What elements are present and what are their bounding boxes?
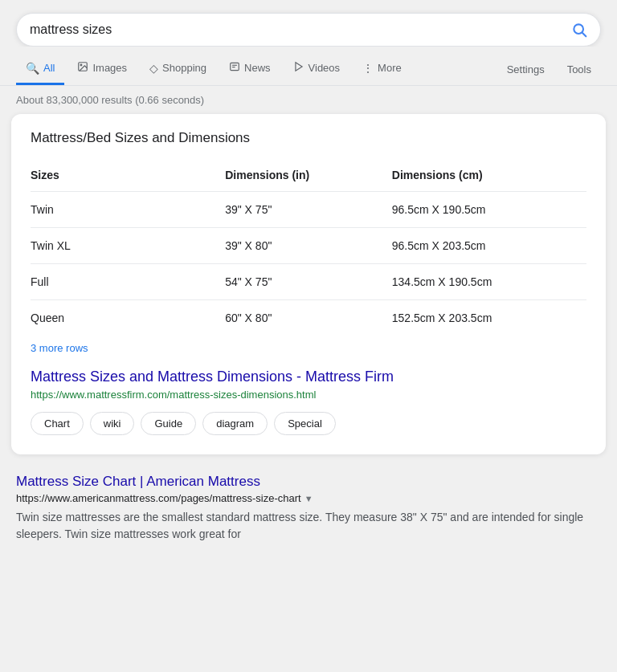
search-button[interactable] (571, 22, 587, 38)
svg-point-3 (81, 64, 83, 66)
svg-line-1 (582, 33, 586, 37)
tab-shopping[interactable]: ◇ Shopping (140, 54, 216, 85)
table-row: Full54" X 75"134.5cm X 190.5cm (31, 264, 586, 300)
cell-dim_cm: 96.5cm X 203.5cm (392, 228, 586, 264)
tab-videos[interactable]: Videos (284, 53, 350, 85)
chip[interactable]: wiki (90, 412, 135, 435)
news-icon (229, 61, 240, 75)
tab-images-label: Images (92, 62, 127, 74)
col-header-sizes: Sizes (31, 162, 225, 192)
cell-dim_cm: 152.5cm X 203.5cm (392, 300, 586, 336)
videos-icon (293, 61, 304, 75)
search-bar (16, 13, 601, 47)
tab-news[interactable]: News (219, 53, 280, 85)
search-input[interactable] (30, 22, 571, 37)
cell-size: Full (31, 264, 225, 300)
tab-shopping-label: Shopping (162, 62, 206, 74)
second-result-url-row: https://www.americanmattress.com/pages/m… (16, 492, 601, 504)
second-result-url: https://www.americanmattress.com/pages/m… (16, 492, 301, 504)
main-content: Mattress/Bed Sizes and Dimensions Sizes … (0, 114, 617, 454)
cell-dim_in: 39" X 80" (225, 228, 392, 264)
images-icon (77, 61, 88, 75)
chips-container: ChartwikiGuidediagramSpecial (31, 412, 586, 435)
cell-dim_in: 60" X 80" (225, 300, 392, 336)
settings-label: Settings (507, 63, 545, 75)
tab-more[interactable]: ⋮ More (353, 54, 411, 85)
more-rows-link[interactable]: 3 more rows (31, 342, 88, 354)
search-bar-container (0, 0, 617, 47)
shopping-icon: ◇ (149, 62, 158, 75)
nav-tabs: 🔍 All Images ◇ Shopping News Videos ⋮ Mo… (0, 47, 617, 86)
tab-all-label: All (43, 62, 55, 74)
tab-videos-label: Videos (308, 62, 341, 74)
settings-link[interactable]: Settings (497, 55, 554, 83)
cell-dim_in: 39" X 75" (225, 192, 392, 228)
tab-more-label: More (378, 62, 402, 74)
tab-news-label: News (244, 62, 271, 74)
second-result-dropdown-icon[interactable]: ▼ (304, 494, 313, 503)
cell-size: Twin (31, 192, 225, 228)
table-row: Twin XL39" X 80"96.5cm X 203.5cm (31, 228, 586, 264)
chip[interactable]: diagram (202, 412, 268, 435)
tools-label: Tools (567, 63, 591, 75)
all-icon: 🔍 (26, 62, 39, 75)
sizes-table: Sizes Dimensions (in) Dimensions (cm) Tw… (31, 162, 586, 336)
tab-images[interactable]: Images (67, 53, 137, 85)
cell-size: Queen (31, 300, 225, 336)
result-url: https://www.mattressfirm.com/mattress-si… (31, 389, 586, 401)
chip[interactable]: Guide (141, 412, 196, 435)
results-info: About 83,300,000 results (0.66 seconds) (0, 86, 617, 114)
col-header-dim-cm: Dimensions (cm) (392, 162, 586, 192)
cell-size: Twin XL (31, 228, 225, 264)
chip[interactable]: Special (274, 412, 336, 435)
search-icon (571, 22, 587, 38)
cell-dim_in: 54" X 75" (225, 264, 392, 300)
knowledge-card: Mattress/Bed Sizes and Dimensions Sizes … (11, 114, 606, 454)
results-count: About 83,300,000 results (0.66 seconds) (16, 94, 204, 106)
second-result: Mattress Size Chart | American Mattress … (0, 464, 617, 556)
more-icon: ⋮ (362, 62, 374, 75)
second-result-title[interactable]: Mattress Size Chart | American Mattress (16, 474, 601, 490)
table-row: Queen60" X 80"152.5cm X 203.5cm (31, 300, 586, 336)
tab-all[interactable]: 🔍 All (16, 54, 64, 85)
card-title: Mattress/Bed Sizes and Dimensions (31, 130, 586, 146)
table-row: Twin39" X 75"96.5cm X 190.5cm (31, 192, 586, 228)
col-header-dim-in: Dimensions (in) (225, 162, 392, 192)
cell-dim_cm: 96.5cm X 190.5cm (392, 192, 586, 228)
chip[interactable]: Chart (31, 412, 84, 435)
svg-marker-7 (295, 63, 301, 71)
cell-dim_cm: 134.5cm X 190.5cm (392, 264, 586, 300)
result-title[interactable]: Mattress Sizes and Mattress Dimensions -… (31, 369, 586, 385)
nav-settings-group: Settings Tools (497, 55, 601, 83)
tools-link[interactable]: Tools (558, 55, 601, 83)
second-result-snippet: Twin size mattresses are the smallest st… (16, 509, 601, 543)
